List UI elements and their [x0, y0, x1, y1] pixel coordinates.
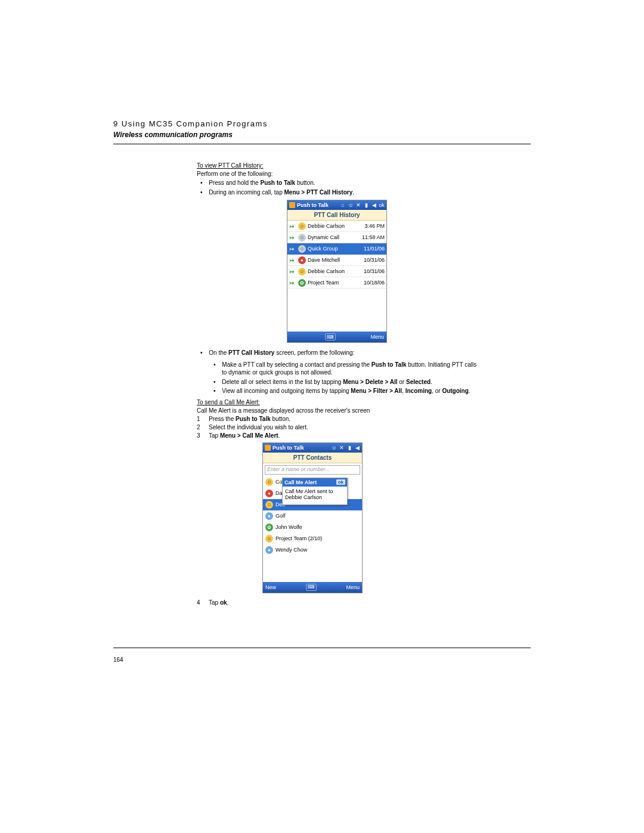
screenshot-ptt-call-history: Push to Talk ⌂ ☺ ✕ ▮ ◀ ok PTT Call Histo…: [287, 200, 387, 343]
step-1: 1 Press the Push to Talk button.: [197, 416, 477, 422]
keyboard-icon[interactable]: ⌨: [325, 333, 336, 340]
search-input[interactable]: Enter a name or number...: [265, 465, 360, 475]
smiley-icon: ☺: [331, 445, 337, 451]
close-icon: ✕: [355, 202, 361, 208]
speaker-icon: ◀: [371, 202, 377, 208]
screenshot-ptt-contacts: Push to Talk ☺ ✕ ▮ ◀ PTT Contacts Enter …: [262, 442, 363, 593]
history-row[interactable]: ↣ ✿ Project Team 10/18/06: [287, 277, 386, 289]
popup-body: Call Me Alert sent to Debbie Carlson: [283, 487, 347, 505]
softkey-left-new[interactable]: New: [265, 584, 276, 590]
history-row[interactable]: ↣ ☺ Debbie Carlson 3:46 PM: [287, 221, 386, 232]
phone-titlebar: Push to Talk ⌂ ☺ ✕ ▮ ◀ ok: [287, 200, 386, 210]
contact-row[interactable]: ● Golf: [263, 510, 362, 522]
contact-row[interactable]: ✿ John Wolfe: [263, 522, 362, 533]
heading-view-history: To view PTT Call History:: [197, 162, 477, 169]
signal-icon: ▮: [363, 202, 369, 208]
presence-icon: ☺: [265, 478, 273, 486]
empty-list-area: [287, 289, 386, 332]
smiley-icon: ☺: [348, 202, 354, 208]
contact-name: Wendy Chow: [275, 547, 307, 553]
section-subtitle: Wireless communication programs: [113, 131, 531, 139]
subbullet-filter: View all incoming and outgoing items by …: [222, 387, 477, 395]
popup-ok-button[interactable]: ok: [336, 479, 345, 485]
chapter-title: 9 Using MC35 Companion Programs: [113, 119, 531, 128]
contact-name: Project Team (2/10): [275, 535, 322, 541]
contact-name: John Wolfe: [275, 524, 302, 530]
contact-name: Quick Group: [308, 246, 362, 252]
presence-icon: ✿: [265, 524, 273, 531]
subbullet-make-call: Make a PTT call by selecting a contact a…: [222, 361, 477, 377]
presence-icon: ☺: [265, 535, 273, 543]
phone-subheader: PTT Call History: [287, 210, 386, 221]
call-time: 3:46 PM: [364, 223, 385, 229]
contact-name: Dynamic Call: [308, 234, 360, 240]
history-row[interactable]: ↣ ● Dave Mitchell 10/31/06: [287, 255, 386, 266]
call-time: 11/01/06: [364, 246, 385, 252]
outgoing-arrow-icon: ↣: [289, 268, 296, 275]
contact-name: Project Team: [308, 280, 362, 286]
presence-icon: ●: [298, 256, 306, 264]
phone-title: Push to Talk: [273, 445, 329, 451]
softkey-right-menu[interactable]: Menu: [346, 584, 360, 590]
text-perform: Perform one of the following:: [197, 171, 477, 177]
outgoing-arrow-icon: ↣: [289, 223, 296, 230]
contact-row[interactable]: ● Wendy Chow: [263, 544, 362, 556]
phone-subheader: PTT Contacts: [263, 453, 362, 463]
page-number: 164: [113, 657, 123, 663]
phone-title: Push to Talk: [297, 202, 338, 208]
popup-title: Call Me Alert: [284, 479, 317, 485]
speaker-icon: ◀: [354, 445, 360, 451]
step-2: 2 Select the individual you wish to aler…: [197, 424, 477, 431]
ok-icon: ok: [379, 202, 385, 208]
heading-call-me-alert: To send a Call Me Alert:: [197, 399, 477, 405]
close-icon: ✕: [339, 445, 345, 451]
phone-titlebar: Push to Talk ☺ ✕ ▮ ◀: [263, 443, 362, 453]
header-rule: [113, 144, 531, 144]
presence-icon: ●: [265, 512, 273, 520]
presence-icon: ✿: [298, 279, 306, 287]
call-me-alert-popup: Call Me Alert ok Call Me Alert sent to D…: [282, 478, 348, 506]
phone-bottombar: ⌨ Menu: [287, 332, 386, 342]
footer-rule: [113, 648, 531, 648]
outgoing-arrow-icon: ↣: [289, 234, 296, 241]
history-row[interactable]: ↣ ☺ Dynamic Call 11:58 AM: [287, 232, 386, 243]
step-4: 4 Tap ok.: [197, 599, 477, 606]
presence-icon: ☺: [298, 222, 306, 230]
empty-list-area: [263, 556, 362, 582]
presence-icon: ●: [265, 546, 273, 554]
bullet-during-call: During an incoming call, tap Menu > PTT …: [209, 188, 477, 197]
call-time: 11:58 AM: [362, 234, 385, 240]
bullet-on-screen: On the PTT Call History screen, perform …: [209, 349, 477, 357]
contact-row[interactable]: ☺ Project Team (2/10): [263, 533, 362, 544]
phone-bottombar: New ⌨ Menu: [263, 582, 362, 593]
contact-name: Debbie Carlson: [308, 223, 363, 229]
home-icon: ⌂: [340, 202, 346, 208]
outgoing-arrow-icon: ↣: [289, 280, 296, 286]
presence-icon: ●: [265, 490, 273, 497]
keyboard-icon[interactable]: ⌨: [306, 584, 317, 591]
contact-name: Golf: [275, 513, 286, 519]
contact-name: Debbie Carlson: [308, 268, 362, 274]
outgoing-arrow-icon: ↣: [289, 257, 296, 264]
softkey-right-menu[interactable]: Menu: [370, 334, 384, 340]
start-flag-icon: [289, 202, 295, 208]
subbullet-delete: Delete all or select items in the list b…: [222, 378, 477, 386]
step-3: 3 Tap Menu > Call Me Alert.: [197, 432, 477, 439]
presence-icon: ☺: [265, 501, 273, 509]
start-flag-icon: [265, 445, 271, 451]
call-time: 10/18/06: [364, 280, 385, 286]
presence-icon: ☺: [298, 234, 306, 241]
history-row[interactable]: ↣ ☺ Debbie Carlson 10/31/06: [287, 266, 386, 277]
presence-icon: ☺: [298, 268, 306, 275]
presence-icon: ☺: [298, 245, 306, 253]
popup-header: Call Me Alert ok: [283, 478, 347, 487]
signal-icon: ▮: [346, 445, 352, 451]
call-time: 10/31/06: [364, 257, 385, 263]
bullet-press-hold: Press and hold the Push to Talk button.: [209, 179, 477, 187]
outgoing-arrow-icon: ↣: [289, 246, 296, 252]
history-row-selected[interactable]: ↣ ☺ Quick Group 11/01/06: [287, 243, 386, 255]
contact-name: Dave Mitchell: [308, 257, 362, 263]
call-time: 10/31/06: [364, 268, 385, 274]
text-call-me-alert-desc: Call Me Alert is a message displayed acr…: [197, 407, 477, 414]
